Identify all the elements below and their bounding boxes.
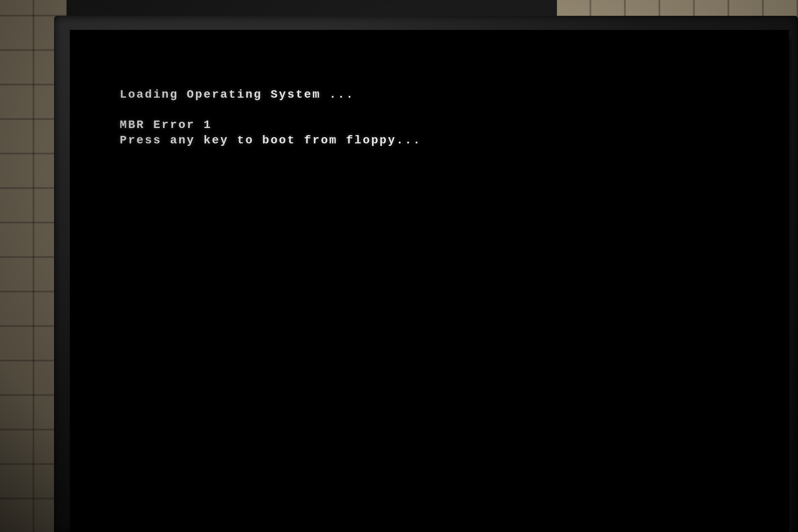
loading-os-text: Loading Operating System ...: [120, 88, 789, 101]
mbr-error-text: MBR Error 1: [120, 118, 789, 131]
bios-screen: Loading Operating System ... MBR Error 1…: [70, 30, 789, 532]
photo-frame: Loading Operating System ... MBR Error 1…: [0, 0, 798, 532]
press-any-key-text: Press any key to boot from floppy...: [120, 134, 789, 147]
